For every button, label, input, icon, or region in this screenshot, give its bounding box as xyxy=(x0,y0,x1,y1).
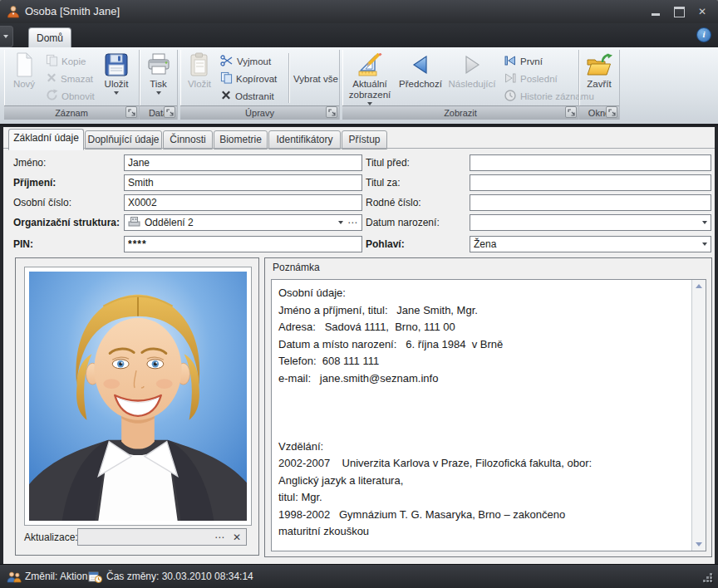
pin-input[interactable] xyxy=(124,236,362,252)
next-button: Následující xyxy=(445,51,499,105)
note-line: Vzdělání: xyxy=(278,439,689,456)
info-button[interactable]: i xyxy=(696,27,711,42)
tab-identifikatory[interactable]: Identifikátory xyxy=(268,130,341,149)
scrollbar[interactable] xyxy=(691,280,706,551)
scroll-up-icon[interactable] xyxy=(696,284,702,288)
tab-pristup[interactable]: Přístup xyxy=(342,130,387,149)
window-title: Osoba [Smith Jane] xyxy=(25,0,120,23)
osobni-cislo-input[interactable] xyxy=(124,194,362,211)
minimize-icon xyxy=(652,13,660,16)
copy-pages-icon xyxy=(220,71,233,86)
dialog-launcher-icon[interactable] xyxy=(125,106,137,118)
note-line xyxy=(278,421,689,439)
field-label-titul-pred: Titul před: xyxy=(366,154,410,171)
dialog-launcher-icon[interactable] xyxy=(606,106,617,118)
maximize-icon xyxy=(674,7,685,17)
group-label-upravy: Úpravy xyxy=(180,105,339,120)
field-label-prijmeni: Příjmení: xyxy=(13,174,56,191)
group-label-zobrazit: Zobrazit xyxy=(342,105,578,120)
tab-biometrie[interactable]: Biometrie xyxy=(214,130,268,149)
field-label-osobni-cislo: Osobní číslo: xyxy=(13,194,71,211)
maximize-button[interactable] xyxy=(670,4,688,19)
field-label-jmeno: Jméno: xyxy=(13,154,46,171)
dialog-launcher-icon[interactable] xyxy=(164,106,175,118)
dialog-launcher-icon[interactable] xyxy=(565,106,577,118)
tab-zakladni-udaje[interactable]: Základní údaje xyxy=(8,129,84,150)
note-line: Datum a místo narození: 6. října 1984 v … xyxy=(278,336,689,354)
ribbon-group-okno: Zavřít Okno xyxy=(579,50,620,120)
printer-icon xyxy=(146,51,171,79)
refresh-button: Obnovit xyxy=(46,87,95,105)
first-button[interactable]: První xyxy=(504,52,543,70)
previous-button[interactable]: Předchozí xyxy=(397,51,444,105)
pohlavi-value: Žena xyxy=(474,238,698,250)
quick-access-menu-button[interactable] xyxy=(0,26,13,47)
print-button[interactable]: Tisk xyxy=(143,51,174,105)
note-text: Osobní údaje: Jméno a příjmení, titul: J… xyxy=(272,280,692,551)
field-label-datum-narozeni: Datum narození: xyxy=(366,214,440,231)
ribbon-tab-home[interactable]: Domů xyxy=(28,27,71,48)
field-label-pin: PIN: xyxy=(13,236,33,252)
dropdown-arrow-icon[interactable] xyxy=(338,221,343,224)
minimize-button[interactable] xyxy=(647,4,665,19)
title-bar: Osoba [Smith Jane] ✕ xyxy=(0,0,718,24)
scissors-icon xyxy=(220,55,234,68)
changed-by-status: Změnil: Aktion xyxy=(25,565,87,588)
aktualizace-field[interactable]: ⋯ ✕ xyxy=(77,528,247,546)
note-line: e-mail: jane.smith@seznam.info xyxy=(278,370,689,388)
field-label-rodne-cislo: Rodné číslo: xyxy=(366,194,421,211)
org-unit-icon xyxy=(128,216,140,229)
dropdown-arrow-icon[interactable] xyxy=(702,221,707,224)
datum-narozeni-combo[interactable] xyxy=(470,214,711,231)
group-label-zaznam: Záznam xyxy=(4,105,139,120)
select-all-button[interactable]: Vybrat vše xyxy=(293,70,338,87)
note-panel-title: Poznámka xyxy=(273,262,320,273)
pohlavi-combo[interactable]: Žena xyxy=(470,236,711,252)
tab-doplnujici-udaje[interactable]: Doplňující údaje xyxy=(85,130,162,149)
remove-button[interactable]: Odstranit xyxy=(220,87,274,105)
jmeno-input[interactable] xyxy=(124,154,362,171)
copy-button[interactable]: Kopírovat xyxy=(220,70,277,87)
browse-ellipsis-button[interactable]: ⋯ xyxy=(214,533,224,541)
close-button[interactable]: ✕ xyxy=(693,4,711,19)
copy-pages-icon xyxy=(46,54,58,68)
divider xyxy=(288,53,289,103)
resize-grip[interactable] xyxy=(703,573,715,585)
titul-pred-input[interactable] xyxy=(470,154,711,171)
clear-x-button[interactable]: ✕ xyxy=(233,533,241,541)
lookup-ellipsis-button[interactable]: ⋯ xyxy=(347,218,358,227)
close-folder-icon xyxy=(586,51,612,79)
close-window-button[interactable]: Zavřít xyxy=(582,51,617,105)
group-label-okno: Okno xyxy=(579,105,619,120)
history-clock-icon xyxy=(504,89,517,104)
save-button[interactable]: Uložit xyxy=(97,51,135,105)
person-photo xyxy=(29,272,247,521)
note-textarea[interactable]: Osobní údaje: Jméno a příjmení, titul: J… xyxy=(271,279,706,551)
ribbon-group-upravy: Vložit Vyjmout Kopírovat Odstranit Vybra… xyxy=(180,50,340,120)
dropdown-arrow-icon[interactable] xyxy=(702,243,707,246)
note-line: titul: Mgr. xyxy=(278,489,689,507)
titul-za-input[interactable] xyxy=(470,174,711,191)
field-label-org-struktura: Organizační struktura: xyxy=(13,214,120,231)
dialog-launcher-icon[interactable] xyxy=(326,106,337,118)
ribbon-group-zaznam: Nový Kopie Smazat Obnovit Uložit Záznam xyxy=(4,50,140,120)
current-view-button[interactable]: Aktuální zobrazení xyxy=(344,51,396,105)
prijmeni-input[interactable] xyxy=(124,174,362,191)
change-time-status: Čas změny: 30.03.2010 08:34:14 xyxy=(106,565,253,588)
content-area: Základní údaje Doplňující údaje Činnosti… xyxy=(3,127,715,565)
copy-record-button: Kopie xyxy=(46,52,86,70)
new-page-icon xyxy=(13,51,35,79)
previous-arrow-icon xyxy=(410,51,431,79)
clipboard-icon xyxy=(189,51,210,79)
rodne-cislo-input[interactable] xyxy=(470,194,711,211)
next-arrow-icon xyxy=(461,51,483,79)
cut-button[interactable]: Vyjmout xyxy=(220,52,271,70)
users-icon xyxy=(7,571,22,586)
note-line xyxy=(278,404,689,422)
org-struktura-combo[interactable]: Oddělení 2 ⋯ xyxy=(124,214,362,231)
photo-panel: Aktualizace: ⋯ ✕ xyxy=(15,257,259,556)
scroll-down-icon[interactable] xyxy=(696,542,702,546)
tab-cinnosti[interactable]: Činnosti xyxy=(163,130,213,149)
note-line: Anglický jazyk a literatura, xyxy=(278,473,689,490)
field-label-pohlavi: Pohlaví: xyxy=(366,236,405,252)
